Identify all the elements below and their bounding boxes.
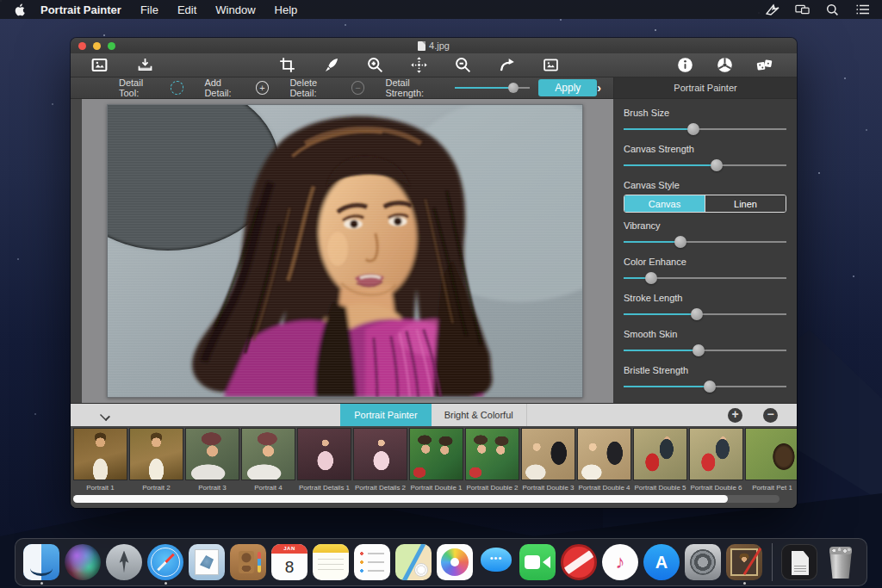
thumbnail-scrollbar[interactable] xyxy=(73,495,728,503)
dock-reminders-icon[interactable] xyxy=(353,540,391,585)
thumbnail-image[interactable] xyxy=(409,428,463,480)
dock-mail-icon[interactable] xyxy=(188,540,226,585)
thumbnail-image[interactable] xyxy=(465,428,519,480)
pan-icon[interactable] xyxy=(409,55,429,75)
detail-strength-slider[interactable] xyxy=(455,82,530,94)
painted-portrait-image[interactable] xyxy=(107,104,583,398)
apple-menu-icon[interactable] xyxy=(14,3,25,16)
thumbnail-image[interactable] xyxy=(745,428,797,480)
dock-siri-icon[interactable] xyxy=(64,540,102,585)
apply-button[interactable]: Apply xyxy=(538,79,597,96)
dock-app-store-icon[interactable]: A xyxy=(643,540,680,585)
brush-size-slider[interactable] xyxy=(624,122,786,136)
canvas-area[interactable] xyxy=(71,99,613,403)
preset-thumbnail-portrait-details-1[interactable]: Portrait Details 1 xyxy=(297,428,351,492)
detail-tool-label: Detail Tool: xyxy=(119,77,165,98)
spotlight-search-icon[interactable] xyxy=(825,3,840,16)
open-image-icon[interactable] xyxy=(90,55,109,75)
randomize-icon[interactable] xyxy=(755,55,774,75)
dock-trash-icon[interactable] xyxy=(822,540,860,585)
menu-app-name[interactable]: Portrait Painter xyxy=(40,3,121,16)
preset-thumbnail-portrait-4[interactable]: Portrait 4 xyxy=(241,428,295,492)
tab-bright-colorful[interactable]: Bright & Colorful xyxy=(432,404,527,426)
preset-thumbnail-portrait-3[interactable]: Portrait 3 xyxy=(185,428,239,492)
preset-thumbnail-portrait-double-6[interactable]: Portrait Double 6 xyxy=(689,428,743,492)
preset-thumbnail-portrait-double-1[interactable]: Portrait Double 1 xyxy=(409,428,463,492)
dock-contacts-icon[interactable] xyxy=(229,540,267,585)
bristle-strength-slider[interactable] xyxy=(624,380,786,393)
dock-portrait-painter-icon[interactable] xyxy=(725,540,763,585)
thumbnail-image[interactable] xyxy=(185,428,239,480)
stroke-length-slider[interactable] xyxy=(624,307,786,321)
stroke-length-label: Stroke Length xyxy=(624,293,786,303)
remove-preset-button[interactable]: − xyxy=(763,408,778,423)
dock-separator xyxy=(767,540,777,585)
menu-item-help[interactable]: Help xyxy=(275,3,298,16)
tab-portrait-painter[interactable]: Portrait Painter xyxy=(340,404,431,426)
dock-messages-icon[interactable] xyxy=(477,540,515,585)
zoom-out-icon[interactable] xyxy=(453,55,473,75)
thumbnail-image[interactable] xyxy=(241,428,295,480)
vibrancy-slider[interactable] xyxy=(624,235,786,249)
dock-calendar-icon[interactable]: JAN8 xyxy=(270,540,308,585)
pointer-icon[interactable] xyxy=(765,3,780,16)
thumbnail-image[interactable] xyxy=(577,428,631,480)
preset-thumbnail-portrait-double-2[interactable]: Portrait Double 2 xyxy=(465,428,519,492)
canvas-style-canvas-button[interactable]: Canvas xyxy=(624,195,705,212)
dock-launchpad-icon[interactable] xyxy=(105,540,143,585)
preset-thumbnail-portrait-2[interactable]: Portrait 2 xyxy=(129,428,183,492)
color-enhance-slider[interactable] xyxy=(624,271,786,285)
thumbnail-label: Portrait Double 5 xyxy=(633,484,687,492)
delete-detail-icon[interactable]: − xyxy=(351,81,365,95)
menu-item-file[interactable]: File xyxy=(140,3,158,16)
smooth-skin-slider[interactable] xyxy=(624,344,786,357)
preset-thumbnail-portrait-double-5[interactable]: Portrait Double 5 xyxy=(633,428,687,492)
thumbnail-label: Portrait 2 xyxy=(129,484,183,492)
menu-item-window[interactable]: Window xyxy=(215,3,255,16)
running-indicator xyxy=(743,582,746,585)
thumbnail-image[interactable] xyxy=(73,428,127,480)
thumbnail-image[interactable] xyxy=(521,428,575,480)
thumbnail-image[interactable] xyxy=(689,428,743,480)
toolbar xyxy=(71,53,797,77)
dock-itunes-icon[interactable]: ♪ xyxy=(601,540,639,585)
settings-icon[interactable] xyxy=(715,55,735,75)
thumbnail-image[interactable] xyxy=(633,428,687,480)
preset-thumbnail-portrait-double-4[interactable]: Portrait Double 4 xyxy=(577,428,631,492)
dock-photos-icon[interactable] xyxy=(436,540,474,585)
thumbnail-image[interactable] xyxy=(297,428,351,480)
crop-icon[interactable] xyxy=(277,55,297,75)
displays-icon[interactable] xyxy=(795,3,810,16)
zoom-in-icon[interactable] xyxy=(365,55,385,75)
preset-thumbnail-portrait-double-3[interactable]: Portrait Double 3 xyxy=(521,428,575,492)
menu-item-edit[interactable]: Edit xyxy=(177,3,196,16)
thumbnail-image[interactable] xyxy=(129,428,183,480)
export-icon[interactable] xyxy=(135,55,155,75)
preset-thumbnail-portrait-1[interactable]: Portrait 1 xyxy=(73,428,127,492)
dock-notes-icon[interactable] xyxy=(312,540,350,585)
expand-chevron-icon[interactable]: › xyxy=(597,81,601,95)
dock-safari-icon[interactable] xyxy=(146,540,184,585)
dock-finder-icon[interactable] xyxy=(22,540,60,585)
dock-system-preferences-icon[interactable] xyxy=(684,540,722,585)
preset-thumbnail-portrait-pet-1[interactable]: Portrait Pet 1 xyxy=(745,428,797,492)
dock-facetime-icon[interactable] xyxy=(519,540,556,585)
preset-thumbnail-portrait-details-2[interactable]: Portrait Details 2 xyxy=(353,428,407,492)
brush-icon[interactable] xyxy=(321,55,341,75)
redo-icon[interactable] xyxy=(497,55,517,75)
detail-tool-icon[interactable] xyxy=(171,81,184,95)
add-detail-icon[interactable]: + xyxy=(256,81,270,95)
menu-list-icon[interactable] xyxy=(855,3,870,16)
image-adjust-icon[interactable] xyxy=(541,55,561,75)
thumbnail-image[interactable] xyxy=(353,428,407,480)
canvas-strength-label: Canvas Strength xyxy=(624,144,786,154)
title-bar[interactable]: 4.jpg xyxy=(71,38,797,53)
dock-restricted-icon[interactable] xyxy=(560,540,598,585)
add-preset-button[interactable]: + xyxy=(728,408,742,423)
dock-document-icon[interactable] xyxy=(780,540,818,585)
thumbnail-label: Portrait 3 xyxy=(185,484,239,492)
canvas-strength-slider[interactable] xyxy=(624,158,786,172)
canvas-style-linen-button[interactable]: Linen xyxy=(705,195,786,212)
dock-maps-icon[interactable] xyxy=(394,540,432,585)
info-icon[interactable] xyxy=(675,55,695,75)
